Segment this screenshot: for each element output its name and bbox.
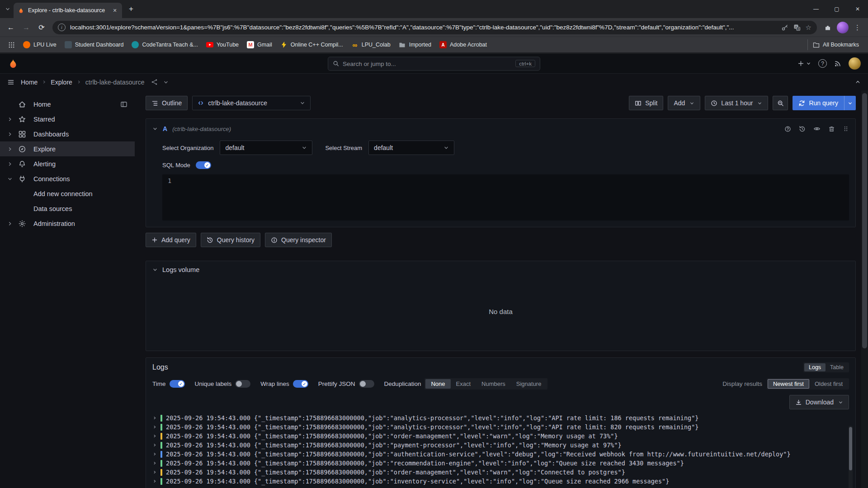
bookmark-item[interactable]: CodeTantra Teach &...	[128, 39, 201, 50]
log-expand-icon[interactable]	[152, 452, 157, 456]
search-input[interactable]: Search or jump to... ctrl+k	[328, 56, 540, 70]
dock-sidebar-icon[interactable]	[120, 101, 127, 108]
share-icon[interactable]	[151, 79, 158, 85]
chevron-right-icon[interactable]	[7, 221, 18, 226]
translate-icon[interactable]: Aa	[793, 24, 801, 31]
drag-handle-icon[interactable]	[843, 126, 849, 132]
dedup-option-numbers[interactable]: Numbers	[476, 379, 511, 389]
bookmark-star-icon[interactable]: ☆	[806, 24, 811, 31]
close-window-button[interactable]: ✕	[847, 0, 868, 18]
sidebar-item-connections[interactable]: Connections	[0, 171, 135, 186]
log-row[interactable]: 2025-09-26 19:54:43.000 {"_timestamp":17…	[152, 459, 849, 468]
log-row[interactable]: 2025-09-26 19:54:43.000 {"_timestamp":17…	[152, 413, 849, 422]
sidebar-item-explore[interactable]: Explore	[0, 141, 135, 156]
zoom-out-button[interactable]	[773, 96, 788, 110]
add-query-button[interactable]: Add query	[146, 233, 196, 247]
time-toggle[interactable]: ✓	[170, 380, 185, 388]
dedup-option-exact[interactable]: Exact	[451, 379, 476, 389]
chevron-right-icon[interactable]	[7, 161, 18, 167]
sql-code-editor[interactable]: 1	[162, 174, 849, 221]
log-row[interactable]: 2025-09-26 19:54:43.000 {"_timestamp":17…	[152, 477, 849, 486]
log-expand-icon[interactable]	[152, 425, 157, 429]
bookmark-item[interactable]: LPU Live	[19, 39, 60, 50]
order-newest-first[interactable]: Newest first	[768, 379, 809, 389]
tab-search-button[interactable]	[2, 3, 14, 15]
browser-profile-avatar[interactable]	[837, 22, 849, 33]
password-key-icon[interactable]	[781, 24, 788, 31]
reload-button[interactable]: ⟳	[34, 20, 49, 35]
split-button[interactable]: Split	[629, 96, 663, 110]
sidebar-item-administration[interactable]: Administration	[0, 216, 135, 231]
logs-scrollbar[interactable]	[849, 426, 853, 488]
query-inspector-button[interactable]: Query inspector	[265, 233, 332, 247]
bookmark-item[interactable]: Student Dashboard	[61, 39, 127, 50]
unique-labels-toggle[interactable]: ✓	[235, 380, 250, 388]
breadcrumb-home[interactable]: Home	[21, 79, 38, 86]
sidebar-item-alerting[interactable]: Alerting	[0, 156, 135, 171]
bookmark-item[interactable]: ∞LPU_Colab	[348, 39, 394, 50]
new-menu-button[interactable]	[797, 60, 811, 67]
sql-mode-toggle[interactable]: ✓	[196, 161, 211, 169]
log-expand-icon[interactable]	[152, 416, 157, 420]
browser-menu-icon[interactable]: ⋮	[854, 23, 861, 32]
remove-query-trash-icon[interactable]	[828, 126, 835, 132]
apps-grid-button[interactable]	[5, 40, 19, 50]
log-row[interactable]: 2025-09-26 19:54:43.000 {"_timestamp":17…	[152, 468, 849, 477]
time-range-picker[interactable]: Last 1 hour	[705, 96, 768, 110]
chevron-right-icon[interactable]	[7, 146, 18, 152]
minimize-button[interactable]: —	[806, 0, 826, 18]
bookmark-item[interactable]: AAdobe Acrobat	[436, 39, 491, 50]
help-icon[interactable]: ?	[818, 59, 827, 68]
sidebar-item-dashboards[interactable]: Dashboards	[0, 127, 135, 141]
back-button[interactable]: ←	[4, 20, 18, 35]
grafana-logo[interactable]	[7, 58, 19, 70]
collapse-toolbar-icon[interactable]	[855, 79, 861, 85]
news-rss-icon[interactable]	[834, 60, 841, 67]
outline-button[interactable]: Outline	[146, 96, 188, 110]
sidebar-item-starred[interactable]: Starred	[0, 112, 135, 127]
log-row[interactable]: 2025-09-26 19:54:43.000 {"_timestamp":17…	[152, 450, 849, 459]
browser-tab[interactable]: Explore - ctrlb-lake-datasource ✕	[14, 3, 122, 18]
wrap-lines-toggle[interactable]: ✓	[293, 380, 308, 388]
add-dropdown-button[interactable]: Add	[668, 96, 700, 110]
sidebar-item-data-sources[interactable]: Data sources	[0, 201, 135, 216]
collapse-query-icon[interactable]	[152, 126, 158, 131]
stream-select[interactable]: default	[368, 141, 454, 155]
sidebar-item-add-new-connection[interactable]: Add new connection	[0, 186, 135, 201]
tab-table[interactable]: Table	[826, 363, 848, 371]
dedup-option-signature[interactable]: Signature	[511, 379, 547, 389]
chevron-right-icon[interactable]	[7, 117, 18, 122]
all-bookmarks-button[interactable]: All Bookmarks	[807, 39, 863, 50]
query-ref-id[interactable]: A	[163, 125, 167, 132]
log-expand-icon[interactable]	[152, 479, 157, 483]
bookmark-item[interactable]: Online C++ Compil...	[277, 39, 347, 50]
dedup-option-none[interactable]: None	[425, 379, 450, 389]
download-button[interactable]: Download	[789, 395, 849, 409]
forward-button[interactable]: →	[19, 20, 33, 35]
bookmark-item[interactable]: MGmail	[243, 39, 276, 50]
breadcrumb-explore[interactable]: Explore	[51, 79, 72, 86]
logs-scrollbar-thumb[interactable]	[849, 427, 852, 470]
page-scrollbar[interactable]	[861, 90, 868, 488]
log-expand-icon[interactable]	[152, 434, 157, 438]
maximize-button[interactable]: ▢	[826, 0, 847, 18]
run-query-button[interactable]: Run query	[793, 96, 844, 110]
new-tab-button[interactable]: +	[125, 3, 137, 15]
page-scrollbar-thumb[interactable]	[862, 93, 867, 348]
log-row[interactable]: 2025-09-26 19:54:43.000 {"_timestamp":17…	[152, 432, 849, 441]
organization-select[interactable]: default	[220, 141, 312, 155]
log-row[interactable]: 2025-09-26 19:54:43.000 {"_timestamp":17…	[152, 422, 849, 432]
run-query-caret[interactable]	[844, 96, 856, 110]
datasource-picker[interactable]: ctrlb-lake-datasource	[192, 96, 311, 110]
collapse-logs-volume-icon[interactable]	[152, 267, 158, 272]
log-expand-icon[interactable]	[152, 470, 157, 474]
address-bar[interactable]: i localhost:3001/explore?schemaVersion=1…	[52, 21, 817, 34]
chevron-right-icon[interactable]	[7, 131, 18, 137]
site-info-icon[interactable]: i	[58, 23, 66, 31]
extensions-puzzle-icon[interactable]	[824, 24, 831, 31]
query-history-icon[interactable]	[799, 126, 806, 132]
tab-close-icon[interactable]: ✕	[111, 7, 118, 14]
user-avatar[interactable]	[849, 57, 861, 70]
tab-logs[interactable]: Logs	[804, 363, 826, 371]
logs-volume-header[interactable]: Logs volume	[152, 266, 849, 273]
